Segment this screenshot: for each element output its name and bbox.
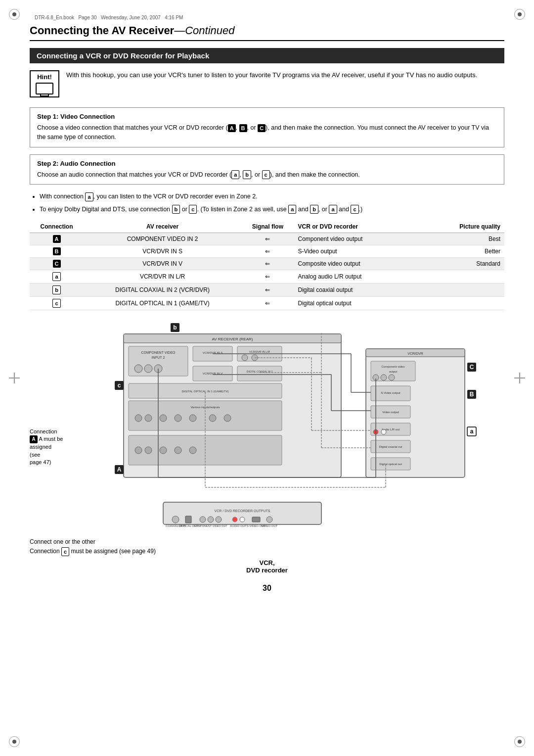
table-cell-av: COMPONENT VIDEO IN 2 xyxy=(84,233,241,245)
table-cell-vcr: Analog audio L/R output xyxy=(294,270,439,283)
svg-text:Digital optical out: Digital optical out xyxy=(379,463,402,466)
svg-point-29 xyxy=(224,415,231,422)
svg-text:a: a xyxy=(470,428,474,435)
table-cell-signal: ⇐ xyxy=(241,270,294,283)
svg-point-94 xyxy=(208,517,214,522)
corner-br xyxy=(514,736,525,747)
header-meta: DTR-6.8_En.book Page 30 Wednesday, June … xyxy=(35,15,504,20)
svg-text:A: A xyxy=(117,466,122,473)
svg-point-89 xyxy=(172,516,179,523)
svg-text:b: b xyxy=(173,324,177,331)
table-row: a VCR/DVR IN L/R ⇐ Analog audio L/R outp… xyxy=(30,270,504,283)
svg-text:S-Video output: S-Video output xyxy=(381,391,400,394)
page-title: Connecting the AV Receiver—Continued xyxy=(30,24,504,41)
svg-text:VIDEO OUT: VIDEO OUT xyxy=(261,524,277,527)
svg-point-97 xyxy=(232,517,237,522)
section-heading: Connecting a VCR or DVD Recorder for Pla… xyxy=(30,48,504,63)
table-cell-signal: ⇐ xyxy=(241,245,294,257)
badge-B: B xyxy=(239,124,247,132)
table-cell-connection: a xyxy=(30,270,84,283)
svg-point-28 xyxy=(209,415,216,422)
svg-rect-91 xyxy=(185,516,191,523)
cross-ml xyxy=(9,373,20,383)
svg-point-25 xyxy=(160,415,167,422)
svg-text:c: c xyxy=(118,382,121,389)
col-header-connection: Connection xyxy=(30,221,84,233)
svg-point-27 xyxy=(189,415,196,422)
step1-text: Choose a video connection that matches y… xyxy=(37,123,497,142)
bottom-note-2: Connection c must be assigned (see page … xyxy=(30,547,504,556)
step1-box: Step 1: Video Connection Choose a video … xyxy=(30,107,504,147)
svg-point-15 xyxy=(242,355,248,361)
svg-text:AV RECEIVER (REAR): AV RECEIVER (REAR) xyxy=(212,337,253,341)
badge-A: A xyxy=(228,124,236,132)
svg-point-34 xyxy=(175,447,181,454)
hint-label: Hint! xyxy=(30,70,59,97)
vcr-label: VCR, DVD recorder xyxy=(30,559,504,574)
col-header-quality: Picture quality xyxy=(439,221,504,233)
hint-box: Hint! With this hookup, you can use your… xyxy=(30,70,504,97)
table-cell-connection: A xyxy=(30,233,84,245)
svg-text:VCR/DVR: VCR/DVR xyxy=(407,352,423,355)
corner-bl xyxy=(9,736,20,747)
table-cell-vcr: Digital optical output xyxy=(294,296,439,310)
table-cell-av: DIGITAL COAXIAL IN 2 (VCR/DVR) xyxy=(84,283,241,296)
svg-point-23 xyxy=(135,415,142,422)
table-cell-signal: ⇐ xyxy=(241,257,294,270)
bottom-note-1: Connect one or the other xyxy=(30,537,504,547)
svg-text:Component video: Component video xyxy=(381,365,405,368)
svg-point-49 xyxy=(381,375,387,380)
svg-point-35 xyxy=(189,447,196,454)
svg-text:VCR/DVR IN L/R: VCR/DVR IN L/R xyxy=(249,350,270,353)
table-cell-quality xyxy=(439,270,504,283)
svg-point-6 xyxy=(134,365,142,373)
table-row: b DIGITAL COAXIAL IN 2 (VCR/DVR) ⇐ Digit… xyxy=(30,283,504,296)
svg-point-58 xyxy=(381,429,386,434)
svg-point-33 xyxy=(160,447,167,454)
monitor-icon xyxy=(36,83,53,94)
connection-table: Connection AV receiver Signal flow VCR o… xyxy=(30,221,504,310)
svg-text:C: C xyxy=(470,364,474,371)
svg-text:VCR / DVD RECORDER OUTPUTS: VCR / DVD RECORDER OUTPUTS xyxy=(215,509,270,513)
table-cell-vcr: S-Video output xyxy=(294,245,439,257)
svg-text:output: output xyxy=(389,370,398,373)
svg-rect-17 xyxy=(237,366,282,381)
table-cell-av: VCR/DVR IN S xyxy=(84,245,241,257)
col-header-signal: Signal flow xyxy=(241,221,294,233)
svg-point-95 xyxy=(216,517,222,522)
svg-point-31 xyxy=(135,447,142,454)
table-cell-av: VCR/DVR IN V xyxy=(84,257,241,270)
side-note: Connection A A must be assigned (see pag… xyxy=(30,428,79,467)
table-cell-connection: b xyxy=(30,283,84,296)
svg-text:COMPONENT VIDEO OUT: COMPONENT VIDEO OUT xyxy=(194,524,227,527)
table-cell-connection: B xyxy=(30,245,84,257)
col-header-av: AV receiver xyxy=(84,221,241,233)
table-cell-quality xyxy=(439,283,504,296)
svg-point-102 xyxy=(267,517,272,522)
svg-point-26 xyxy=(175,415,181,422)
bullet-1: With connection a, you can listen to the… xyxy=(40,191,504,202)
svg-text:INPUT 2: INPUT 2 xyxy=(152,356,165,359)
page: DTR-6.8_En.book Page 30 Wednesday, June … xyxy=(0,0,534,756)
corner-tl xyxy=(9,9,20,20)
table-cell-signal: ⇐ xyxy=(241,296,294,310)
table-cell-vcr: Digital coaxial output xyxy=(294,283,439,296)
svg-point-7 xyxy=(144,365,152,373)
table-cell-quality xyxy=(439,296,504,310)
table-cell-av: DIGITAL OPTICAL IN 1 (GAME/TV) xyxy=(84,296,241,310)
svg-rect-100 xyxy=(252,517,260,522)
svg-text:Digital coaxial out: Digital coaxial out xyxy=(379,445,402,448)
table-cell-quality: Best xyxy=(439,233,504,245)
badge-b: b xyxy=(243,170,251,179)
table-cell-vcr: Component video output xyxy=(294,233,439,245)
table-cell-connection: C xyxy=(30,257,84,270)
step1-title: Step 1: Video Connection xyxy=(37,113,497,120)
svg-point-93 xyxy=(200,517,206,522)
badge-a: a xyxy=(231,170,239,179)
table-cell-av: VCR/DVR IN L/R xyxy=(84,270,241,283)
corner-tr xyxy=(514,9,525,20)
connection-diagram: AV RECEIVER (REAR) COMPONENT VIDEO INPUT… xyxy=(84,319,509,532)
table-cell-connection: c xyxy=(30,296,84,310)
svg-text:COMPONENT VIDEO: COMPONENT VIDEO xyxy=(141,351,176,354)
bullets-list: With connection a, you can listen to the… xyxy=(40,191,504,215)
